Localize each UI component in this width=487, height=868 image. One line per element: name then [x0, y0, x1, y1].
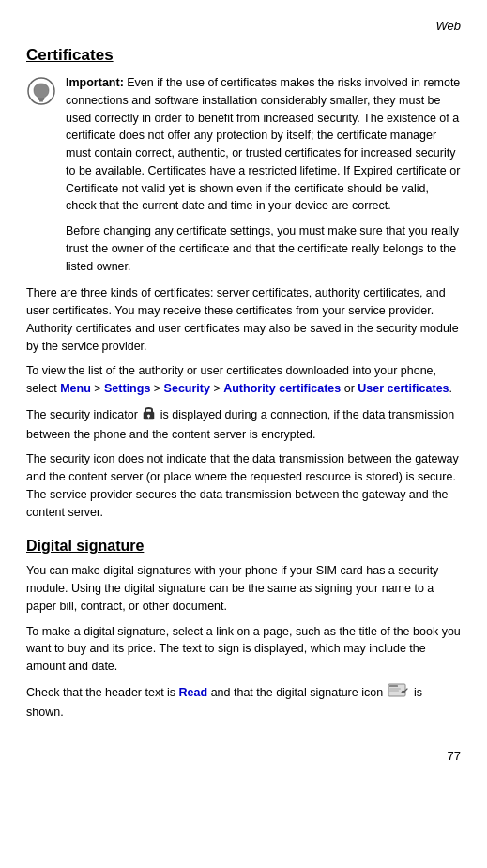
note-icon	[26, 76, 56, 106]
digital-sig-para1: You can make digital signatures with you…	[26, 562, 461, 615]
important-content: Important: Even if the use of certificat…	[66, 74, 461, 275]
important-label: Important:	[66, 76, 124, 89]
menu-link[interactable]: Menu	[60, 382, 91, 395]
padlock-inline-icon	[143, 405, 155, 426]
digital-sig-para3: Check that the header text is Read and t…	[26, 683, 461, 722]
settings-link[interactable]: Settings	[104, 382, 150, 395]
svg-point-10	[403, 691, 405, 693]
certificates-para1: There are three kinds of certificates: s…	[26, 284, 461, 355]
read-link[interactable]: Read	[179, 686, 208, 699]
digital-signature-section: Digital signature You can make digital s…	[26, 538, 461, 721]
svg-rect-5	[148, 416, 149, 418]
authority-certificates-link[interactable]: Authority certificates	[223, 382, 341, 395]
svg-rect-8	[389, 688, 401, 689]
user-certificates-link[interactable]: User certificates	[358, 382, 449, 395]
important-icon	[26, 76, 56, 106]
svg-rect-7	[389, 685, 398, 687]
important-text1: Even if the use of certificates makes th…	[66, 76, 460, 212]
certificates-heading: Certificates	[26, 46, 461, 65]
certificates-para3: The security indicator is displayed duri…	[26, 405, 461, 444]
svg-rect-1	[38, 99, 44, 100]
certificates-para4: The security icon does not indicate that…	[26, 450, 461, 521]
important-block: Important: Even if the use of certificat…	[26, 74, 461, 275]
certificates-para2: To view the list of the authority or use…	[26, 362, 461, 398]
digital-sig-para2: To make a digital signature, select a li…	[26, 623, 461, 676]
svg-rect-2	[39, 100, 43, 102]
important-text2: Before changing any certificate settings…	[66, 222, 461, 275]
svg-rect-9	[389, 690, 399, 691]
page-number: 77	[26, 749, 461, 763]
signature-inline-icon	[388, 683, 409, 704]
digital-signature-heading: Digital signature	[26, 538, 461, 555]
page-header: Web	[26, 19, 461, 33]
security-link[interactable]: Security	[164, 382, 210, 395]
